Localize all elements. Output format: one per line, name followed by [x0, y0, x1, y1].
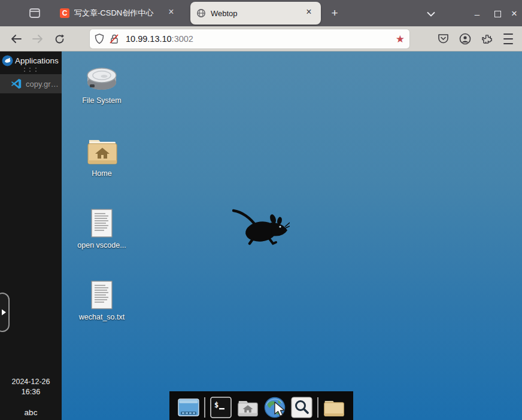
xfce-mouse-artwork — [232, 208, 290, 245]
tab-csdn-title: 写文章-CSDN创作中心 — [74, 8, 160, 19]
panel-clock[interactable]: 2024-12-26 16:36 — [0, 377, 62, 397]
tab-webtop[interactable]: Webtop × — [190, 2, 321, 25]
desktop-side-panel: Applications copy.groo... 2024-12-26 16:… — [0, 51, 62, 420]
desktop-icon-home[interactable]: Home — [72, 136, 132, 178]
text-file-icon — [90, 280, 114, 310]
pocket-icon — [438, 34, 449, 44]
puzzle-piece-icon — [481, 34, 493, 45]
dock-application-finder-button[interactable] — [290, 396, 313, 419]
applications-menu-button[interactable]: Applications — [0, 53, 62, 68]
back-arrow-icon — [11, 35, 22, 43]
reload-icon — [54, 34, 65, 44]
maximize-icon — [494, 11, 501, 17]
hamburger-icon — [503, 34, 513, 35]
file-manager-icon — [236, 396, 259, 419]
url-port: :3002 — [172, 34, 193, 44]
url-bar[interactable]: 10.99.13.10:3002 ★ — [90, 29, 409, 48]
tab-webtop-close-icon[interactable]: × — [303, 7, 315, 19]
new-tab-button[interactable]: + — [327, 6, 342, 22]
panel-user-label: abc — [0, 408, 62, 417]
dock-file-manager-button[interactable] — [236, 396, 259, 419]
panel-drag-handle[interactable] — [24, 68, 38, 72]
drawer-arrow-icon — [2, 309, 6, 315]
reload-button[interactable] — [50, 30, 68, 48]
applications-menu-label: Applications — [15, 56, 59, 65]
dock-separator — [204, 397, 205, 418]
folder-icon — [323, 396, 345, 419]
text-file-icon — [90, 208, 114, 238]
bookmark-star-icon[interactable]: ★ — [396, 33, 405, 45]
taskbar-item-vscode[interactable]: copy.groo... — [0, 74, 62, 93]
forward-arrow-icon — [32, 35, 43, 43]
dock-separator — [317, 397, 318, 418]
firefox-view-button[interactable] — [24, 5, 45, 22]
desktop-icon-label: open vscode... — [77, 241, 126, 249]
desktop-icon-wechat-so-txt[interactable]: wechat_so.txt — [72, 280, 132, 321]
window-close-button[interactable]: × — [506, 6, 522, 22]
svg-text:$: $ — [214, 401, 218, 409]
desktop-icon-label: wechat_so.txt — [79, 313, 125, 321]
desktop-icon-label: Home — [92, 169, 111, 178]
tab-csdn-close-icon[interactable]: × — [165, 7, 177, 19]
account-button[interactable] — [456, 30, 474, 48]
vscode-icon — [11, 78, 22, 89]
clock-date: 2024-12-26 — [0, 377, 62, 387]
firefox-view-icon — [29, 7, 41, 19]
url-host: 10.99.13.10 — [126, 34, 172, 44]
window-minimize-button[interactable]: – — [469, 6, 485, 22]
show-desktop-icon — [177, 396, 200, 419]
dock-show-desktop-button[interactable] — [177, 396, 200, 419]
back-button[interactable] — [7, 30, 25, 48]
chevron-down-icon — [427, 11, 435, 17]
desktop-icon-file-system[interactable]: File System — [72, 65, 132, 105]
webtop-desktop: Applications copy.groo... 2024-12-26 16:… — [0, 51, 522, 420]
control-drawer-handle[interactable] — [0, 293, 10, 332]
applications-menu-icon — [2, 55, 13, 66]
clock-time: 16:36 — [0, 387, 62, 397]
desktop-dock: $ — [169, 391, 353, 420]
home-folder-icon — [84, 136, 119, 166]
list-all-tabs-button[interactable] — [423, 6, 439, 22]
application-finder-icon — [290, 396, 313, 419]
mouse-cursor — [273, 401, 287, 418]
browser-nav-toolbar: 10.99.13.10:3002 ★ — [0, 26, 522, 51]
pocket-button[interactable] — [434, 30, 452, 48]
desktop-icon-label: File System — [82, 96, 121, 105]
shield-icon — [95, 34, 104, 44]
menu-button[interactable] — [499, 30, 517, 48]
terminal-icon: $ — [210, 396, 232, 419]
extensions-button[interactable] — [478, 30, 496, 48]
browser-tab-bar: C 写文章-CSDN创作中心 × Webtop × + – × — [0, 0, 522, 26]
desktop-icon-open-vscode[interactable]: open vscode... — [72, 208, 132, 249]
window-maximize-button[interactable] — [490, 6, 505, 22]
dock-terminal-button[interactable]: $ — [210, 396, 232, 419]
forward-button[interactable] — [29, 30, 47, 48]
account-icon — [459, 33, 471, 45]
tab-csdn[interactable]: C 写文章-CSDN创作中心 × — [54, 3, 183, 23]
hard-drive-icon — [84, 65, 119, 93]
dock-folder-button[interactable] — [323, 396, 345, 419]
taskbar-item-label: copy.groo... — [26, 80, 62, 89]
tab-webtop-title: Webtop — [211, 9, 298, 18]
url-text: 10.99.13.10:3002 — [126, 34, 396, 44]
webtop-favicon-icon — [196, 8, 206, 18]
csdn-favicon-icon: C — [60, 8, 69, 18]
insecure-lock-icon — [109, 34, 120, 44]
